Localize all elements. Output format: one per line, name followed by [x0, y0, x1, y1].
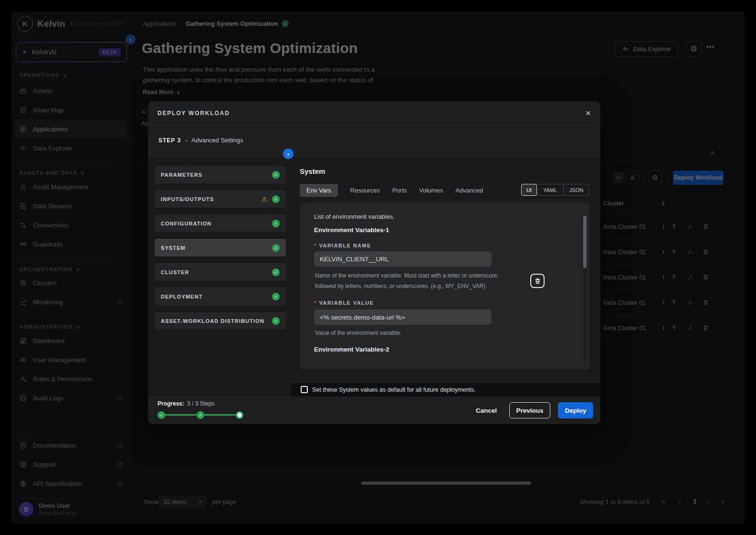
defaults-checkbox[interactable]: [301, 386, 308, 393]
env-vars-panel: List of environment variables. Environme…: [300, 203, 590, 369]
check-icon: ✓: [272, 220, 280, 227]
step-deployment[interactable]: DEPLOYMENT ✓: [155, 288, 286, 305]
system-tabs: Env Vars Resources Ports Volumes Advance…: [300, 183, 483, 197]
progress-value: 3 / 3 Steps: [187, 400, 214, 407]
progress-step-2-done: ✓: [197, 411, 204, 419]
step-system[interactable]: SYSTEM ✓: [155, 239, 286, 257]
progress-step-1-done: ✓: [158, 411, 165, 419]
panel-heading: System: [300, 167, 325, 175]
variable-value-label: * VARIABLE VALUE: [314, 300, 374, 306]
view-mode-switcher: UI YAML JSON: [521, 184, 589, 196]
panel-scrollbar[interactable]: [583, 214, 587, 360]
step-asset-workload-distribution[interactable]: ASSET-WORKLOAD DISTRIBUTION ✓: [155, 312, 286, 330]
delete-env-var-button[interactable]: [530, 274, 545, 288]
cancel-button[interactable]: Cancel: [471, 407, 502, 414]
check-icon: ✓: [272, 317, 280, 325]
modal-step-band: STEP 3 • Advanced Settings: [148, 125, 600, 158]
env-vars-intro: List of environment variables.: [314, 213, 395, 220]
app-root: K Kelvin BETA Environment (DEV) ✦ Kelvin…: [0, 0, 756, 535]
scrollbar-thumb[interactable]: [583, 215, 587, 268]
tab-env-vars[interactable]: Env Vars: [300, 184, 338, 197]
warning-icon: ⚠: [261, 196, 267, 203]
modal-header: DEPLOY WORKLOAD ×: [148, 101, 600, 125]
modal-title: DEPLOY WORKLOAD: [158, 110, 230, 117]
defaults-checkbox-label: Set these System values as default for a…: [312, 386, 476, 393]
tab-advanced[interactable]: Advanced: [455, 187, 483, 194]
view-mode-ui[interactable]: UI: [521, 184, 537, 196]
close-icon[interactable]: ×: [586, 108, 591, 118]
variable-name-help-line2: followed by letters, numbers, or undersc…: [315, 283, 487, 289]
view-mode-json[interactable]: JSON: [564, 184, 589, 196]
tab-resources[interactable]: Resources: [350, 187, 380, 194]
check-icon: ✓: [272, 293, 280, 300]
variable-value-help: Value of the environment variable.: [315, 330, 401, 336]
view-mode-yaml[interactable]: YAML: [537, 184, 564, 196]
variable-name-help-line1: Name of the environment variable. Must s…: [315, 272, 499, 279]
deploy-button[interactable]: Deploy: [558, 402, 593, 418]
env-group-2-heading: Environment Variables-2: [314, 346, 389, 353]
panel-collapse-button[interactable]: ‹: [283, 149, 294, 159]
variable-value-input[interactable]: <% secrets.demo-data-url %>: [314, 310, 492, 325]
check-icon: ✓: [272, 195, 280, 203]
progress-label: Progress:: [158, 400, 184, 407]
step-cluster[interactable]: CLUSTER ✓: [155, 263, 286, 281]
required-asterisk: *: [314, 300, 317, 306]
modal-footer: Progress: 3 / 3 Steps ✓ ✓ Cancel Previou…: [148, 396, 600, 424]
variable-name-input[interactable]: KELVIN_CLIENT__URL: [314, 251, 492, 267]
defaults-checkbox-row: Set these System values as default for a…: [291, 382, 600, 396]
step-inputs-outputs[interactable]: INPUTS/OUTPUTS ⚠ ✓: [155, 190, 286, 208]
progress-track: ✓ ✓: [158, 411, 243, 419]
variable-name-label: * VARIABLE NAME: [314, 243, 371, 248]
modal-steps-list: PARAMETERS ✓ INPUTS/OUTPUTS ⚠ ✓ CONFIGUR…: [155, 166, 286, 336]
progress-step-3-current: [236, 411, 243, 419]
step-number: STEP 3: [158, 137, 181, 144]
env-group-1-heading: Environment Variables-1: [314, 226, 389, 234]
check-icon: ✓: [272, 268, 280, 276]
bullet-icon: •: [185, 138, 187, 143]
check-icon: ✓: [272, 244, 280, 252]
step-parameters[interactable]: PARAMETERS ✓: [155, 166, 286, 183]
progress-indicator: Progress: 3 / 3 Steps ✓ ✓: [158, 400, 243, 419]
tab-ports[interactable]: Ports: [392, 187, 407, 194]
required-asterisk: *: [314, 243, 317, 248]
check-icon: ✓: [272, 171, 280, 179]
previous-button[interactable]: Previous: [509, 402, 550, 418]
tab-volumes[interactable]: Volumes: [419, 187, 443, 194]
trash-icon: [534, 278, 541, 285]
step-configuration[interactable]: CONFIGURATION ✓: [155, 214, 286, 232]
deploy-workload-modal: DEPLOY WORKLOAD × STEP 3 • Advanced Sett…: [148, 101, 600, 424]
step-name: Advanced Settings: [191, 137, 243, 144]
